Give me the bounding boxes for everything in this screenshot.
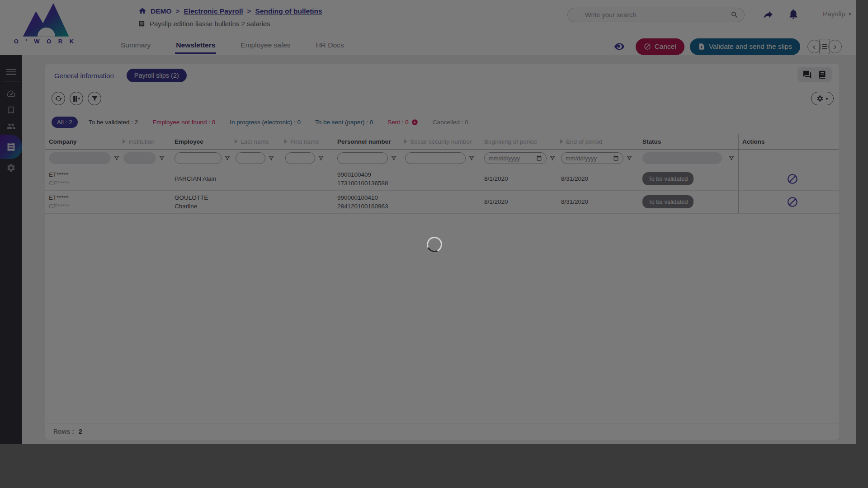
loading-overlay	[0, 0, 868, 488]
loading-spinner	[425, 235, 444, 254]
